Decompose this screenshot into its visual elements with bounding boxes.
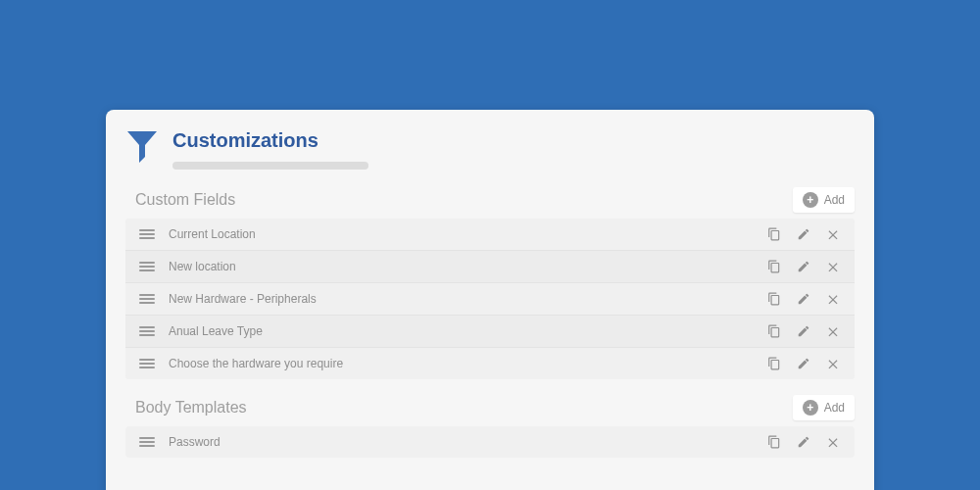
section-title: Body Templates bbox=[135, 399, 247, 416]
custom-fields-list: Current Location New location New Hardwa… bbox=[125, 219, 855, 379]
list-item-label: Current Location bbox=[169, 227, 766, 241]
add-button[interactable]: + Add bbox=[793, 187, 855, 213]
drag-handle-icon[interactable] bbox=[139, 294, 155, 304]
close-icon[interactable] bbox=[825, 226, 841, 242]
drag-handle-icon[interactable] bbox=[139, 359, 155, 368]
copy-icon[interactable] bbox=[766, 259, 782, 274]
list-item: New location bbox=[125, 251, 855, 283]
drag-handle-icon[interactable] bbox=[139, 229, 155, 239]
drag-handle-icon[interactable] bbox=[139, 437, 155, 447]
list-item: Password bbox=[125, 426, 855, 458]
copy-icon[interactable] bbox=[766, 434, 782, 450]
subtitle-placeholder bbox=[172, 162, 368, 170]
drag-handle-icon[interactable] bbox=[139, 262, 155, 271]
copy-icon[interactable] bbox=[766, 323, 782, 339]
edit-icon[interactable] bbox=[796, 226, 811, 242]
copy-icon[interactable] bbox=[766, 226, 782, 242]
plus-icon: + bbox=[803, 192, 818, 208]
body-templates-list: Password bbox=[125, 426, 855, 458]
row-actions bbox=[766, 356, 841, 371]
list-item: Anual Leave Type bbox=[125, 316, 855, 348]
funnel-icon bbox=[125, 129, 159, 163]
list-item-label: New Hardware - Peripherals bbox=[169, 292, 766, 306]
drag-handle-icon[interactable] bbox=[139, 326, 155, 336]
row-actions bbox=[766, 226, 841, 242]
page-title: Customizations bbox=[172, 129, 855, 152]
row-actions bbox=[766, 259, 841, 274]
edit-icon[interactable] bbox=[796, 259, 811, 274]
edit-icon[interactable] bbox=[796, 323, 811, 339]
page-header: Customizations bbox=[125, 129, 855, 170]
title-block: Customizations bbox=[172, 129, 855, 170]
list-item-label: Anual Leave Type bbox=[169, 324, 766, 338]
copy-icon[interactable] bbox=[766, 356, 782, 371]
list-item-label: New location bbox=[169, 260, 766, 273]
add-label: Add bbox=[824, 193, 845, 207]
section-header-custom-fields: Custom Fields + Add bbox=[135, 187, 855, 213]
add-button[interactable]: + Add bbox=[793, 395, 855, 420]
close-icon[interactable] bbox=[825, 434, 841, 450]
list-item: Choose the hardware you require bbox=[125, 348, 855, 379]
close-icon[interactable] bbox=[825, 259, 841, 274]
plus-icon: + bbox=[803, 400, 818, 416]
edit-icon[interactable] bbox=[796, 291, 811, 307]
row-actions bbox=[766, 434, 841, 450]
customizations-card: Customizations Custom Fields + Add Curre… bbox=[106, 110, 874, 490]
row-actions bbox=[766, 291, 841, 307]
add-label: Add bbox=[824, 401, 845, 415]
close-icon[interactable] bbox=[825, 323, 841, 339]
list-item-label: Password bbox=[169, 435, 766, 449]
close-icon[interactable] bbox=[825, 356, 841, 371]
section-header-body-templates: Body Templates + Add bbox=[135, 395, 855, 420]
list-item: New Hardware - Peripherals bbox=[125, 283, 855, 316]
close-icon[interactable] bbox=[825, 291, 841, 307]
section-title: Custom Fields bbox=[135, 191, 235, 209]
edit-icon[interactable] bbox=[796, 356, 811, 371]
list-item: Current Location bbox=[125, 219, 855, 251]
list-item-label: Choose the hardware you require bbox=[169, 357, 766, 370]
row-actions bbox=[766, 323, 841, 339]
edit-icon[interactable] bbox=[796, 434, 811, 450]
copy-icon[interactable] bbox=[766, 291, 782, 307]
